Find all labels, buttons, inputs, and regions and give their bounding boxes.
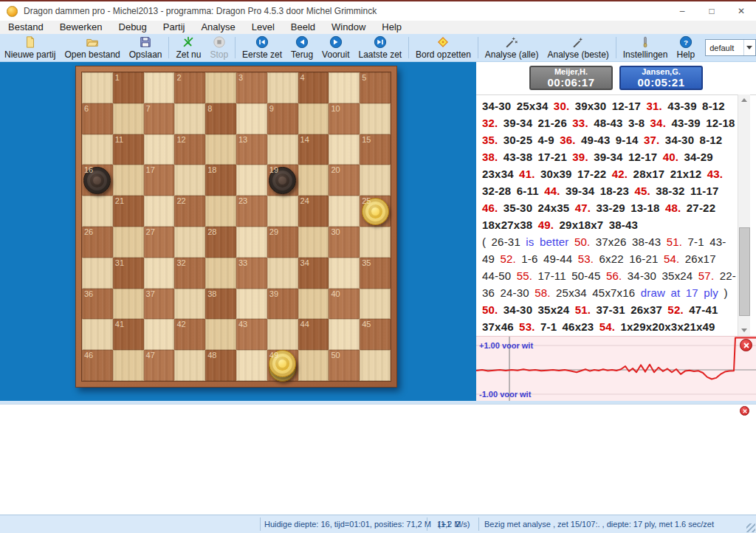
move-token[interactable]: 23x34 [482, 168, 514, 180]
move-token[interactable]: 45. [634, 185, 650, 197]
board-square-light[interactable] [144, 196, 175, 227]
board-square-dark[interactable]: 2 [174, 72, 205, 103]
menu-analyse[interactable]: Analyse [193, 21, 243, 34]
analyse-best-button[interactable]: Analyse (beste) [543, 34, 613, 61]
move-token[interactable]: 25x34 [556, 286, 587, 299]
scroll-up-icon[interactable] [738, 94, 750, 106]
save-button[interactable]: Opslaan [125, 34, 167, 61]
menu-bewerken[interactable]: Bewerken [52, 21, 111, 34]
board-square-dark[interactable]: 40 [329, 289, 360, 320]
player-black-clock-button[interactable]: Jansen,G. 00:05:21 [619, 66, 703, 90]
level-select[interactable]: default [705, 39, 756, 56]
open-file-button[interactable]: Open bestand [60, 34, 124, 61]
board-square-light[interactable] [174, 350, 205, 381]
move-token[interactable]: 39-34 [504, 117, 532, 129]
move-token[interactable]: 55. [517, 269, 532, 282]
board-square-light[interactable] [360, 227, 391, 258]
board-square-light[interactable] [360, 289, 391, 320]
previous-move-button[interactable]: Terug [286, 34, 317, 61]
scrollbar-thumb[interactable] [739, 227, 750, 316]
move-token[interactable]: 31. [647, 100, 662, 112]
board-square-dark[interactable]: 31 [113, 258, 144, 289]
board-square-dark[interactable]: 37 [144, 289, 175, 320]
board-square-dark[interactable]: 41 [113, 319, 144, 350]
move-token[interactable]: 6x22 [599, 252, 624, 265]
board-square-dark[interactable]: 30 [329, 227, 360, 258]
board-square-dark[interactable]: 29 [267, 227, 298, 258]
board-square-light[interactable] [298, 289, 329, 320]
board-square-dark[interactable]: 36 [82, 289, 113, 320]
board-setup-button[interactable]: Bord opzetten [411, 34, 475, 61]
move-token[interactable]: 25x34 [517, 100, 549, 112]
board-square-dark[interactable]: 3 [236, 72, 267, 103]
move-list[interactable]: 34-30 25x34 30. 39x30 12-17 31. 43-39 8-… [476, 94, 756, 336]
move-token[interactable]: 1x29x20x3x21x49 [621, 320, 715, 333]
move-token[interactable]: 16-21 [629, 252, 658, 265]
board-square-light[interactable] [82, 72, 113, 103]
board-square-dark[interactable]: 50 [329, 350, 360, 381]
move-token[interactable]: 47-41 [689, 303, 718, 316]
move-token[interactable]: 41. [519, 168, 535, 180]
board-square-dark[interactable]: 39 [267, 289, 298, 320]
settings-button[interactable]: Instellingen [619, 34, 673, 61]
chevron-down-icon[interactable] [743, 40, 755, 55]
move-token[interactable]: 7-1 [540, 320, 557, 333]
board-square-light[interactable] [298, 165, 329, 196]
move-token[interactable]: ) [724, 286, 727, 299]
last-move-button[interactable]: Laatste zet [354, 34, 406, 61]
board-square-light[interactable] [236, 103, 267, 134]
move-token[interactable]: 53. [519, 320, 535, 333]
next-move-button[interactable]: Vooruit [317, 34, 354, 61]
board-square-dark[interactable]: 12 [174, 134, 205, 165]
move-token[interactable]: 3-8 [628, 117, 645, 129]
move-token[interactable]: 51. [667, 235, 682, 248]
move-token[interactable]: 40. [663, 151, 678, 163]
board-square-light[interactable] [113, 350, 144, 381]
board-square-dark[interactable]: 44 [298, 319, 329, 350]
board-square-dark[interactable]: 23 [236, 196, 267, 227]
maximize-icon[interactable]: □ [697, 1, 726, 21]
board-square-light[interactable] [298, 103, 329, 134]
menu-bestand[interactable]: Bestand [0, 21, 52, 34]
move-token[interactable]: ( [482, 235, 486, 248]
move-token[interactable]: 30x39 [540, 168, 572, 180]
move-token[interactable]: 50. [482, 303, 498, 316]
move-token[interactable]: ply [704, 286, 718, 299]
board-square-light[interactable] [82, 196, 113, 227]
move-token[interactable]: 34-30 [482, 100, 511, 112]
move-token[interactable]: 8-12 [700, 134, 723, 146]
board-square-light[interactable] [329, 258, 360, 289]
board-square-dark[interactable]: 6 [82, 103, 113, 134]
board-square-light[interactable] [267, 258, 298, 289]
move-token[interactable]: 44-50 [482, 269, 511, 282]
menu-level[interactable]: Level [244, 21, 283, 34]
move-token[interactable]: draw [641, 286, 665, 299]
menu-beeld[interactable]: Beeld [283, 21, 323, 34]
move-token[interactable]: 32. [482, 117, 498, 129]
board-square-dark[interactable]: 9 [267, 103, 298, 134]
move-token[interactable]: 32-28 [482, 185, 511, 197]
board-square-light[interactable] [205, 196, 236, 227]
move-token[interactable]: 48-43 [594, 117, 622, 129]
move-token[interactable]: 24-30 [500, 286, 529, 299]
board-square-light[interactable] [329, 319, 360, 350]
move-token[interactable]: 26x17 [685, 252, 716, 265]
board-square-light[interactable] [144, 134, 175, 165]
board-square-dark[interactable]: 46 [82, 350, 113, 381]
board-square-dark[interactable]: 17 [144, 165, 175, 196]
board-square-dark[interactable]: 34 [298, 258, 329, 289]
move-token[interactable]: 53. [578, 252, 594, 265]
move-token[interactable]: 26-31 [492, 235, 520, 248]
board-square-dark[interactable]: 27 [144, 227, 175, 258]
move-token[interactable]: is [526, 235, 534, 248]
move-token[interactable]: 37-31 [597, 303, 625, 316]
move-token[interactable]: 50. [574, 235, 590, 248]
board-square-light[interactable] [329, 72, 360, 103]
board-square-dark[interactable]: 43 [236, 319, 267, 350]
move-token[interactable]: 35. [482, 134, 498, 146]
move-token[interactable]: 12-17 [628, 151, 657, 163]
move-token[interactable]: 37. [644, 134, 659, 146]
move-token[interactable]: 35-30 [504, 202, 532, 214]
resize-grip[interactable] [746, 523, 755, 532]
move-token[interactable]: 30. [554, 100, 569, 112]
